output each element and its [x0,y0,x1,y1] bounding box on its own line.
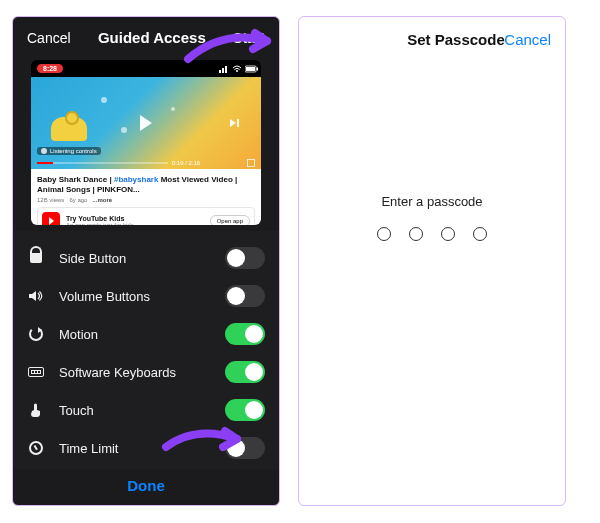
listening-controls-chip[interactable]: Listening controls [37,147,101,155]
options-panel: Side Button Volume Buttons Motion Softwa… [13,231,279,469]
option-touch[interactable]: Touch [27,391,265,429]
video-title[interactable]: Baby Shark Dance | #babyshark Most Viewe… [37,175,255,195]
progress-time: 0:19 / 2:16 [172,160,200,166]
passcode-prompt: Enter a passcode [299,194,565,209]
status-icons [219,65,255,73]
play-icon[interactable] [140,115,152,131]
done-bar: Done [13,469,279,505]
toggle-side-button[interactable] [225,247,265,269]
option-motion[interactable]: Motion [27,315,265,353]
cancel-button[interactable]: Cancel [504,31,551,48]
lock-icon [27,249,45,267]
toggle-motion[interactable] [225,323,265,345]
svg-rect-5 [246,67,255,71]
wifi-icon [232,65,242,73]
cancel-button[interactable]: Cancel [27,30,71,46]
svg-rect-1 [222,68,224,73]
guided-access-header: Cancel Guided Access Start [13,17,279,54]
svg-rect-2 [225,66,227,73]
progress-bar[interactable] [37,162,168,164]
hashtag-link[interactable]: #babyshark [114,175,158,184]
option-time-limit[interactable]: Time Limit [27,429,265,467]
video-player[interactable]: Listening controls 0:19 / 2:16 [31,77,261,169]
recording-time: 8:28 [37,64,63,73]
passcode-dot [441,227,455,241]
signal-icon [219,65,229,73]
set-passcode-header: Set Passcode Cancel [299,17,565,62]
youtube-kids-icon [42,212,60,225]
clock-icon [27,439,45,457]
page-title: Guided Access [98,29,206,46]
passcode-dot [409,227,423,241]
keyboard-icon [27,363,45,381]
open-app-button[interactable]: Open app [210,215,250,225]
svg-rect-0 [219,70,221,73]
touch-icon [27,401,45,419]
youtube-kids-promo[interactable]: Try YouTube Kids An app made just for ki… [37,207,255,225]
guided-access-screen: Cancel Guided Access Start 8:28 [12,16,280,506]
toggle-volume-buttons[interactable] [225,285,265,307]
toggle-time-limit[interactable] [225,437,265,459]
video-meta: 12B views 6y ago ...more [37,197,255,203]
option-side-button[interactable]: Side Button [27,239,265,277]
battery-icon [245,65,255,73]
toggle-software-keyboards[interactable] [225,361,265,383]
more-button[interactable]: ...more [92,197,112,203]
passcode-dots [299,227,565,241]
svg-point-3 [236,70,238,72]
done-button[interactable]: Done [127,477,165,494]
passcode-dot [377,227,391,241]
app-preview: 8:28 [31,60,261,225]
fullscreen-icon[interactable] [247,159,255,167]
volume-icon [27,287,45,305]
passcode-dot [473,227,487,241]
toggle-touch[interactable] [225,399,265,421]
option-volume-buttons[interactable]: Volume Buttons [27,277,265,315]
svg-rect-6 [257,67,259,70]
motion-icon [27,325,45,343]
set-passcode-screen: Set Passcode Cancel Enter a passcode [298,16,566,506]
start-button[interactable]: Start [233,30,265,46]
next-icon[interactable] [230,119,239,127]
option-software-keyboards[interactable]: Software Keyboards [27,353,265,391]
